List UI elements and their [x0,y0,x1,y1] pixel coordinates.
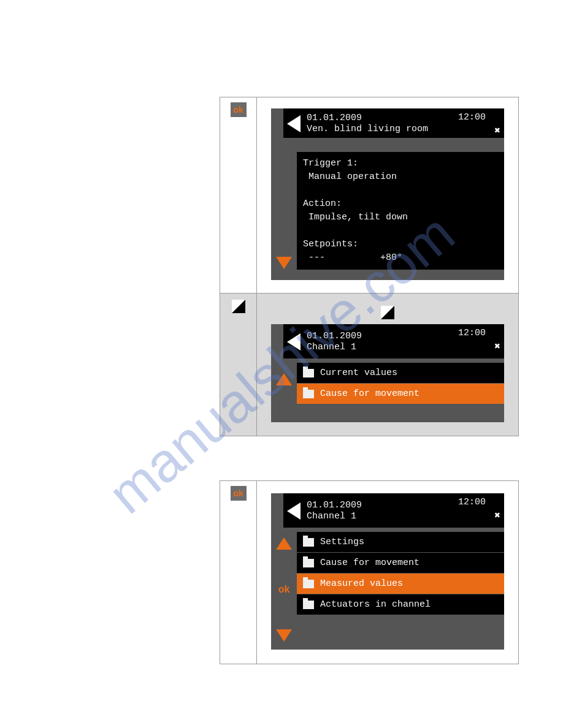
up-arrow-container [276,373,292,385]
trigger-info-text: Trigger 1: Manual operation Action: Impu… [297,152,504,270]
down-arrow-container [276,257,292,269]
header-text-3: 01.01.2009 12:00 Channel 1 [307,500,499,522]
back-button-icon[interactable] [232,300,245,313]
folder-icon [303,369,314,377]
date-label: 01.01.2009 [307,113,362,123]
time-label: 12:00 [458,112,486,123]
date-label: 01.01.2009 [307,500,362,510]
tools-icon[interactable]: ✖ [494,509,500,521]
folder-icon [303,390,314,398]
header-text-1: 01.01.2009 12:00 Ven. blind living room [307,113,499,135]
ok-button[interactable]: ok [231,486,247,501]
menu-label: Cause for movement [320,389,419,399]
menu-label: Settings [320,537,364,547]
date-label: 01.01.2009 [307,331,362,341]
scroll-down-icon[interactable] [276,257,292,269]
screen-1-header: 01.01.2009 12:00 Ven. blind living room … [283,108,504,138]
figure-1-bottom: 01.01.2009 12:00 Channel 1 ✖ Current val… [220,294,518,436]
panel-1-container: 01.01.2009 12:00 Ven. blind living room … [257,97,518,293]
device-frame-2: 01.01.2009 12:00 Channel 1 ✖ Current val… [271,324,504,422]
menu-3: Settings Cause for movement Measured val… [297,531,504,615]
folder-icon [303,580,314,588]
screen-1-body: Trigger 1: Manual operation Action: Impu… [297,151,504,270]
side-arrows-3: ok [275,537,293,642]
left-column-3: ok [220,481,257,664]
screen-3-header-area: 01.01.2009 12:00 Channel 1 ✖ [283,493,504,528]
menu-item-settings[interactable]: Settings [297,531,504,552]
menu-label: Cause for movement [320,558,419,568]
menu-item-actuators-in-channel[interactable]: Actuators in channel [297,594,504,615]
ok-indicator[interactable]: ok [278,584,290,595]
menu-2: Current values Cause for movement [297,362,504,404]
back-arrow-icon[interactable] [287,502,301,520]
scroll-up-icon[interactable] [276,373,292,385]
title-label: Channel 1 [307,511,356,521]
panel-2-container: 01.01.2009 12:00 Channel 1 ✖ Current val… [257,294,518,436]
folder-icon [303,538,314,547]
menu-item-cause-for-movement[interactable]: Cause for movement [297,552,504,573]
time-label: 12:00 [458,497,486,508]
back-arrow-icon[interactable] [287,115,301,132]
screen-2-header-area: 01.01.2009 12:00 Channel 1 ✖ [283,324,504,358]
left-column-2 [220,294,257,436]
device-frame-3: 01.01.2009 12:00 Channel 1 ✖ ok Settings [271,493,504,650]
scroll-down-icon[interactable] [276,629,292,642]
folder-icon [303,601,314,609]
screen-3-header: 01.01.2009 12:00 Channel 1 ✖ [283,493,504,528]
scroll-up-icon[interactable] [276,537,292,550]
menu-label: Current values [320,368,397,378]
left-column-1: ok [220,97,257,293]
menu-item-measured-values[interactable]: Measured values [297,573,504,594]
ok-button[interactable]: ok [231,102,247,117]
device-frame-1: 01.01.2009 12:00 Ven. blind living room … [271,108,504,280]
figure-1-top: ok 01.01.2009 12:00 Ven. blind living ro… [220,97,518,294]
back-arrow-icon[interactable] [287,333,301,351]
folder-icon [303,559,314,567]
screen-1: 01.01.2009 12:00 Ven. blind living room … [283,108,504,138]
tools-icon[interactable]: ✖ [494,124,500,137]
back-button-icon-center[interactable] [381,306,394,319]
figure-group-2: ok 01.01.2009 12:00 Channel 1 ✖ ok [220,480,519,664]
figure-group-1: ok 01.01.2009 12:00 Ven. blind living ro… [220,97,519,436]
screen-2-header: 01.01.2009 12:00 Channel 1 ✖ [283,324,504,358]
menu-label: Measured values [320,578,403,589]
header-text-2: 01.01.2009 12:00 Channel 1 [307,331,499,353]
panel-3-container: 01.01.2009 12:00 Channel 1 ✖ ok Settings [257,481,518,664]
menu-item-current-values[interactable]: Current values [297,362,504,383]
time-label: 12:00 [458,328,486,339]
menu-label: Actuators in channel [320,599,431,610]
title-label: Ven. blind living room [307,124,428,134]
title-label: Channel 1 [307,342,356,352]
tools-icon[interactable]: ✖ [494,340,500,352]
menu-item-cause-for-movement[interactable]: Cause for movement [297,383,504,404]
